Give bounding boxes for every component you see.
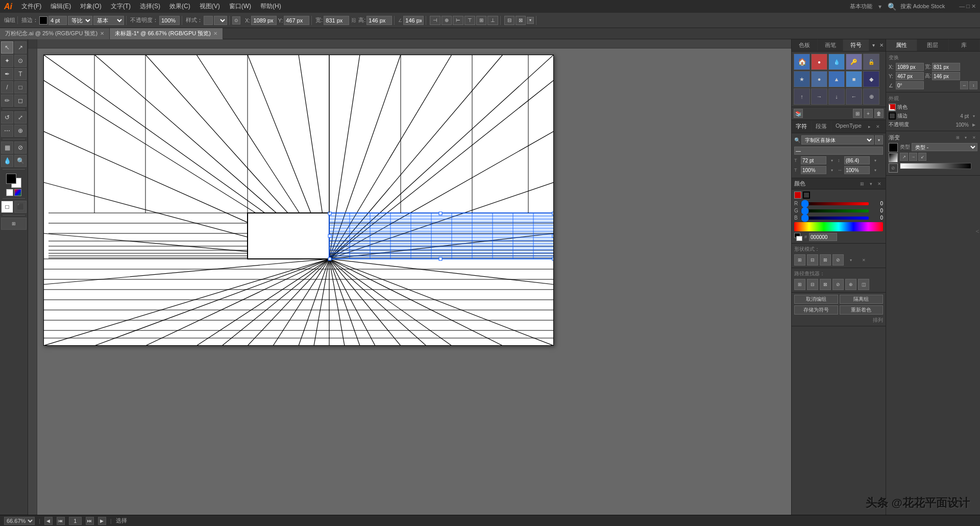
tab-paragraph[interactable]: 段落	[812, 121, 831, 132]
x-input[interactable]	[251, 16, 277, 25]
r-slider[interactable]	[801, 202, 869, 205]
gradient-expand[interactable]: ⊞	[954, 134, 961, 141]
blend-tool[interactable]: ⋯	[1, 125, 13, 137]
scale-input[interactable]	[844, 166, 870, 174]
y-input[interactable]	[284, 16, 309, 25]
g-slider[interactable]	[801, 209, 869, 212]
symbol-item-7[interactable]: ●	[811, 71, 827, 87]
panel-menu-btn[interactable]: ▾	[869, 39, 877, 51]
flip-v-btn[interactable]: ↕	[969, 81, 977, 89]
transform-y-input[interactable]: 467 px	[896, 72, 924, 80]
menu-text[interactable]: 文字(T)	[107, 1, 135, 12]
pathfinder-6[interactable]: ◫	[858, 279, 869, 290]
gradient-bar[interactable]	[900, 163, 971, 169]
pathfinder-2[interactable]: ⊟	[807, 279, 818, 290]
align-top-btn[interactable]: ⊤	[464, 16, 475, 25]
transform-x-input[interactable]: 1089 px	[896, 63, 924, 71]
shape-mode-2[interactable]: ⊟	[807, 254, 818, 266]
rotate-tool[interactable]: ↺	[1, 111, 13, 124]
symbol-item-12[interactable]: →	[811, 88, 827, 105]
stroke-expand-btn[interactable]: ▾	[970, 112, 977, 119]
color-close-btn[interactable]: ✕	[876, 180, 883, 187]
warp-tool[interactable]: ⊕	[14, 125, 27, 137]
tab-opentype[interactable]: OpenType	[831, 121, 866, 132]
opacity-input[interactable]	[159, 16, 180, 25]
scale-menu[interactable]: ▾	[871, 166, 879, 174]
foreground-color-box[interactable]	[6, 174, 16, 184]
transform-angle-input[interactable]	[896, 81, 924, 89]
stroke-scale-select[interactable]: 等比	[68, 16, 92, 25]
rect-tool[interactable]: □	[14, 81, 27, 93]
place-symbol-btn[interactable]: ⊞	[853, 109, 862, 118]
recolor-btn[interactable]: 重新着色	[840, 305, 884, 315]
select-tool[interactable]: ↖	[1, 41, 13, 54]
line-tool[interactable]: /	[1, 81, 13, 93]
magic-wand-tool[interactable]: ✦	[1, 55, 13, 67]
symbol-item-3[interactable]: 💧	[828, 54, 845, 70]
menu-edit[interactable]: 编辑(E)	[46, 1, 75, 12]
tab-color-swatch[interactable]: 色板	[792, 39, 818, 51]
artboard-tool[interactable]: ⊞	[1, 218, 27, 230]
style-select[interactable]	[214, 16, 227, 25]
menu-object[interactable]: 对象(O)	[76, 1, 105, 12]
dist-v-btn[interactable]: ⊠	[516, 16, 526, 25]
leading-input[interactable]	[844, 156, 870, 164]
more-align-btn[interactable]: ▾	[527, 17, 534, 24]
slice-tool[interactable]: ⊘	[14, 141, 27, 154]
lasso-tool[interactable]: ⊙	[14, 55, 27, 67]
color-spectrum[interactable]	[794, 222, 883, 231]
symbol-item-9[interactable]: ■	[846, 71, 862, 87]
tab-0[interactable]: 万粉纪念.ai @ 25% (RGB/GPU 预览) ✕	[0, 28, 110, 39]
pen-tool[interactable]: ✒	[1, 68, 13, 80]
constrain-proportions-icon[interactable]: ⛓	[350, 17, 357, 24]
next-artboard-btn[interactable]: ▶	[98, 517, 106, 525]
symbol-item-2[interactable]: ●	[811, 54, 827, 70]
grad-dir-1[interactable]: ↗	[900, 153, 908, 161]
screen-mode-btn[interactable]: ⬛	[14, 201, 27, 213]
gradient-preview-swatch[interactable]	[889, 153, 898, 162]
zoom-tool[interactable]: 🔍	[14, 155, 27, 167]
symbol-item-8[interactable]: ▲	[828, 71, 845, 87]
normal-mode-btn[interactable]: □	[1, 201, 13, 213]
menu-window[interactable]: 窗口(W)	[225, 1, 255, 12]
fill-swatch[interactable]	[794, 192, 801, 199]
typo-panel-close[interactable]: ✕	[874, 121, 882, 132]
stock-search[interactable]: 搜索 Adobe Stock	[900, 3, 945, 10]
default-colors-btn[interactable]	[6, 189, 13, 196]
gradient-type-select[interactable]: 类型 -	[912, 143, 977, 151]
symbol-item-14[interactable]: ←	[846, 88, 862, 105]
symbol-item-4[interactable]: 🔑	[846, 54, 862, 70]
gradient-black-swatch[interactable]	[889, 143, 898, 152]
transform-w-input[interactable]: 831 px	[932, 63, 960, 71]
align-left-btn[interactable]: ⊣	[430, 16, 440, 25]
h-input[interactable]	[366, 16, 392, 25]
shape-mode-expand[interactable]: ▾	[845, 254, 856, 266]
direct-select-tool[interactable]: ↗	[14, 41, 27, 54]
symbol-item-6[interactable]: ★	[794, 71, 810, 87]
isolate-btn[interactable]: 隔离组	[840, 295, 884, 304]
symbol-item-house[interactable]: 🏠	[794, 54, 810, 70]
new-symbol-btn[interactable]: +	[864, 109, 873, 118]
shape-mode-4[interactable]: ⊘	[832, 254, 844, 266]
angle-input[interactable]	[403, 16, 424, 25]
menu-file[interactable]: 文件(F)	[17, 1, 45, 12]
flip-h-btn[interactable]: ↔	[960, 81, 968, 89]
ungroup-btn[interactable]: 取消编组	[794, 295, 838, 304]
shape-mode-close[interactable]: ✕	[858, 254, 869, 266]
shape-mode-1[interactable]: ⊞	[794, 254, 805, 266]
font-size-menu[interactable]: ▾	[828, 156, 836, 164]
menu-view[interactable]: 视图(V)	[195, 1, 224, 12]
gradient-none-swatch[interactable]: ⊘	[889, 163, 898, 173]
menu-select[interactable]: 选择(S)	[136, 1, 164, 12]
fill-color-swatch[interactable]	[889, 104, 896, 111]
prop-tab-library[interactable]: 库	[949, 39, 980, 51]
artboard-number-input[interactable]	[69, 517, 82, 525]
grad-dir-2[interactable]: →	[909, 153, 917, 161]
symbol-library-btn[interactable]: 📚	[794, 109, 803, 118]
symbol-item-10[interactable]: ◆	[863, 71, 879, 87]
delete-symbol-btn[interactable]: 🗑	[874, 109, 884, 118]
type-tool[interactable]: T	[14, 68, 27, 80]
font-family-select[interactable]: 字制区喜脉体	[801, 135, 874, 145]
pathfinder-4[interactable]: ⊘	[832, 279, 844, 290]
menu-help[interactable]: 帮助(H)	[256, 1, 285, 12]
